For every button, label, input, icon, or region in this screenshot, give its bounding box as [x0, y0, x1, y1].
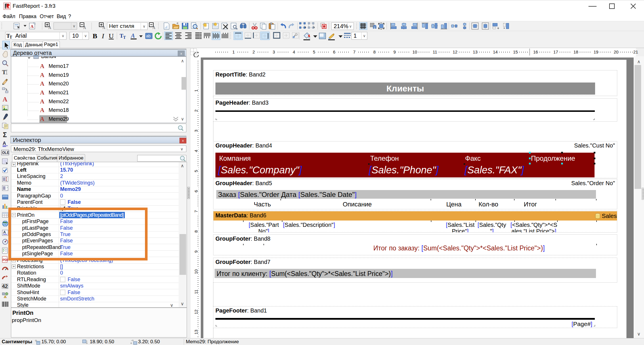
- svg-text:PDF: PDF: [3, 258, 9, 262]
- svg-text:T: T: [123, 35, 126, 40]
- svg-text:ab: ab: [146, 34, 151, 38]
- svg-text:42: 42: [2, 283, 8, 289]
- svg-text:T: T: [9, 35, 12, 39]
- svg-text:A: A: [130, 32, 135, 39]
- svg-text:A: A: [3, 141, 6, 146]
- svg-text:A: A: [152, 26, 156, 30]
- svg-text:!: !: [5, 296, 5, 298]
- svg-text:A: A: [3, 96, 7, 103]
- svg-text:T: T: [2, 69, 6, 76]
- svg-text:Σ: Σ: [3, 131, 7, 139]
- svg-text:A: A: [3, 230, 6, 234]
- svg-text:A: A: [83, 26, 86, 30]
- svg-text:OLE: OLE: [2, 151, 9, 155]
- svg-text:A: A: [102, 26, 106, 30]
- svg-text:A: A: [48, 26, 51, 30]
- svg-text:A: A: [30, 24, 34, 29]
